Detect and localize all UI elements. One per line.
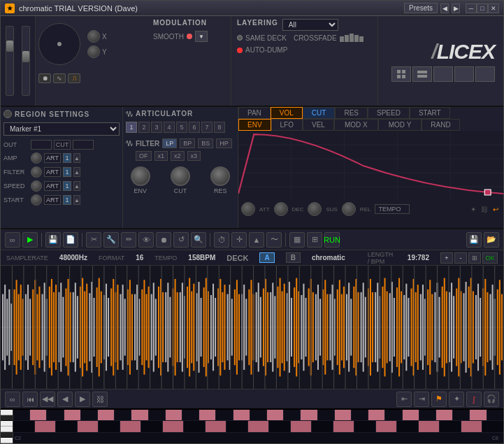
start-arrow[interactable]: ▲ <box>73 195 80 205</box>
pc-1-8[interactable] <box>131 410 148 420</box>
pc-2-9[interactable] <box>184 421 206 431</box>
tab-rand[interactable]: RAND <box>422 119 459 131</box>
filter-x2[interactable]: x2 <box>171 151 185 161</box>
run-tool[interactable]: RUN <box>324 232 340 248</box>
pc-2-8[interactable] <box>163 421 185 431</box>
pc-1-12[interactable] <box>199 410 216 420</box>
same-deck-radio[interactable] <box>237 35 243 41</box>
next-preset-button[interactable]: ▶ <box>452 3 460 13</box>
pc-1-11[interactable] <box>182 410 199 420</box>
loop-btn[interactable]: ∞ <box>5 232 20 248</box>
pc-1-24[interactable] <box>403 410 419 420</box>
x-knob[interactable] <box>87 30 100 43</box>
pc-1-10[interactable] <box>166 410 182 420</box>
tab-speed[interactable]: SPEED <box>368 107 410 119</box>
tab-lfo[interactable]: LFO <box>271 119 303 131</box>
pc-2-17[interactable] <box>354 421 376 431</box>
pc-1-4[interactable] <box>64 410 81 420</box>
env-icon-1[interactable]: ✦ <box>468 204 478 214</box>
speed-arrow[interactable]: ▲ <box>73 181 80 191</box>
layering-dropdown[interactable]: All <box>282 19 338 31</box>
region-power-btn[interactable] <box>3 110 12 118</box>
pc-2-14[interactable] <box>291 421 312 431</box>
pc-2-19[interactable] <box>397 421 419 431</box>
bt-flag-btn[interactable]: ⚑ <box>431 392 447 407</box>
region-marker-dropdown[interactable]: Marker #1 <box>3 122 120 136</box>
pc-2-20[interactable] <box>419 421 440 431</box>
presets-button[interactable]: Presets <box>404 3 438 13</box>
pc-1-28[interactable] <box>470 410 487 420</box>
start-knob[interactable] <box>31 194 42 206</box>
res-knob[interactable] <box>210 166 230 186</box>
tab-modx[interactable]: MOD X <box>334 119 378 131</box>
pc-2-1[interactable] <box>13 421 35 431</box>
sus-knob[interactable] <box>308 202 322 216</box>
filter-num[interactable]: 1 <box>63 167 71 177</box>
pc-1-19[interactable] <box>318 410 335 420</box>
fader-2[interactable] <box>22 26 30 96</box>
pencil-tool[interactable]: ✏ <box>121 232 136 248</box>
pc-2-12[interactable] <box>248 421 270 431</box>
pc-1-13[interactable] <box>216 410 233 420</box>
filter-bp[interactable]: BP <box>180 138 195 148</box>
close-button[interactable]: ✕ <box>488 3 499 13</box>
logo-btn-5[interactable] <box>475 66 495 82</box>
bt-align-right-btn[interactable]: ⇥ <box>414 392 429 407</box>
play-btn[interactable]: ▶ <box>22 232 38 248</box>
tab-pan[interactable]: PAN <box>238 107 271 119</box>
bt-curve-btn[interactable]: ∫ <box>466 392 482 407</box>
pc-1-16[interactable] <box>267 410 284 420</box>
bt-loop-btn[interactable]: ∞ <box>5 392 20 407</box>
pc-2-6[interactable] <box>120 421 142 431</box>
art-num-8[interactable]: 8 <box>214 122 225 133</box>
pc-2-4[interactable] <box>78 421 99 431</box>
tab-res[interactable]: RES <box>335 107 368 119</box>
bt-next-btn[interactable]: ▶ <box>75 392 90 407</box>
pc-1-20[interactable] <box>335 410 352 420</box>
new-btn[interactable]: 📄 <box>63 232 78 248</box>
pc-1-22[interactable] <box>368 410 385 420</box>
out-value-box[interactable] <box>31 140 52 150</box>
ok-btn[interactable]: OK <box>482 252 498 264</box>
tab-start[interactable]: START <box>410 107 450 119</box>
group-tool[interactable]: ▦ <box>289 232 305 248</box>
pc-1-3[interactable] <box>47 410 64 420</box>
speed-num[interactable]: 1 <box>63 181 71 191</box>
filter-lp[interactable]: LP <box>162 138 177 148</box>
bt-star-btn[interactable]: ✦ <box>449 392 464 407</box>
tab-mody[interactable]: MOD Y <box>378 119 422 131</box>
pc-2-16[interactable] <box>333 421 355 431</box>
pc-1-5[interactable] <box>81 410 98 420</box>
prev-preset-button[interactable]: ◀ <box>440 3 449 13</box>
pc-2-22[interactable] <box>461 421 483 431</box>
record-tool[interactable]: ⏺ <box>156 232 171 248</box>
waveform-tool[interactable]: 〜 <box>266 232 282 248</box>
env-icon-3[interactable]: ↩ <box>491 204 501 214</box>
art-num-3[interactable]: 3 <box>151 122 162 133</box>
filter-x3[interactable]: x3 <box>187 151 201 161</box>
filter-arrow[interactable]: ▲ <box>73 167 80 177</box>
art-num-2[interactable]: 2 <box>138 122 150 133</box>
filter-hp[interactable]: HP <box>216 138 232 148</box>
xy-pad[interactable] <box>38 23 80 65</box>
piano-key-black-2[interactable] <box>1 432 13 438</box>
pc-1-18[interactable] <box>301 410 317 420</box>
wrench-tool[interactable]: 🔧 <box>103 232 119 248</box>
zoom-reset-btn[interactable]: ⊞ <box>468 252 481 264</box>
bt-back-btn[interactable]: ◀◀ <box>40 392 55 407</box>
pc-1-6[interactable] <box>98 410 115 420</box>
start-num[interactable]: 1 <box>63 195 71 205</box>
filter-knob[interactable] <box>31 166 42 178</box>
tab-env[interactable]: ENV <box>238 119 271 131</box>
pc-2-21[interactable] <box>440 421 461 431</box>
maximize-button[interactable]: □ <box>477 3 488 13</box>
logo-btn-1[interactable] <box>391 66 411 82</box>
piano-key-white-1[interactable] <box>1 410 13 415</box>
zoom-out-btn[interactable]: - <box>454 252 467 264</box>
icon-btn-3[interactable]: ⎍ <box>68 73 80 83</box>
tab-vel[interactable]: VEL <box>303 119 334 131</box>
pc-1-27[interactable] <box>453 410 470 420</box>
cut-knob[interactable] <box>171 166 190 186</box>
pc-1-2[interactable] <box>30 410 47 420</box>
pc-1-7[interactable] <box>115 410 131 420</box>
